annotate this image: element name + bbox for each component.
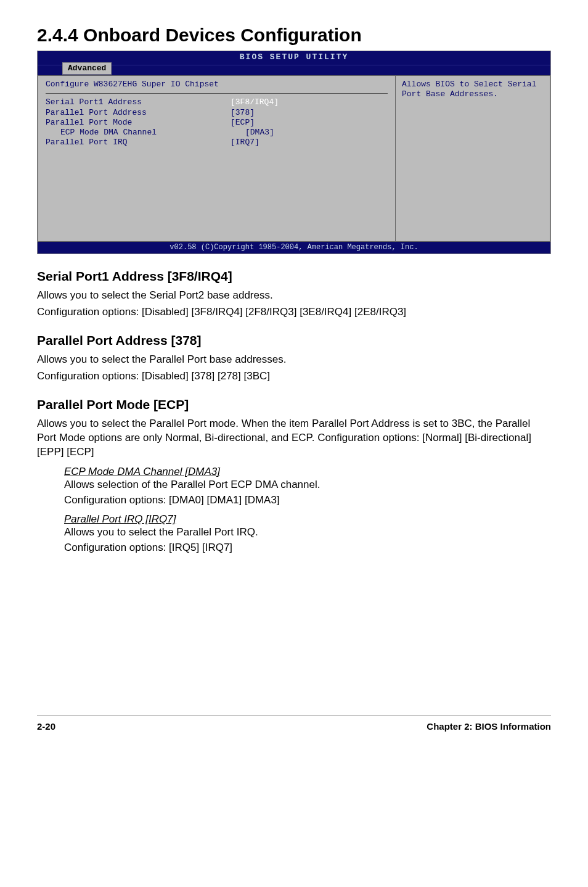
chapter-label: Chapter 2: BIOS Information [427,721,551,732]
sub-item-paragraph: Allows you to select the Parallel Port I… [64,526,551,540]
sub-item-paragraph: Configuration options: [DMA0] [DMA1] [DM… [64,493,551,508]
section-paragraph: Configuration options: [Disabled] [3F8/I… [37,305,551,320]
sub-item-title: ECP Mode DMA Channel [DMA3] [64,466,551,478]
section-paragraph: Allows you to select the Parallel Port m… [37,417,551,460]
bios-row: Serial Port1 Address[3F8/IRQ4] [46,97,388,107]
bios-row-label: ECP Mode DMA Channel [46,128,245,138]
section-heading: Parallel Port Mode [ECP] [37,397,551,412]
bios-row: ECP Mode DMA Channel[DMA3] [46,128,388,138]
bios-row-value: [IRQ7] [231,138,388,147]
bios-row: Parallel Port IRQ[IRQ7] [46,138,388,147]
bios-title: BIOS SETUP UTILITY [38,52,550,62]
bios-config-header: Configure W83627EHG Super IO Chipset [46,80,388,89]
bios-row-label: Parallel Port Mode [46,118,231,128]
sub-item-paragraph: Configuration options: [IRQ5] [IRQ7] [64,541,551,555]
sub-item: Parallel Port IRQ [IRQ7]Allows you to se… [37,513,551,555]
bios-row: Parallel Port Mode[ECP] [46,118,388,128]
bios-divider [46,93,388,94]
bios-row-label: Parallel Port Address [46,108,231,118]
bios-row: Parallel Port Address[378] [46,108,388,118]
bios-row-label: Parallel Port IRQ [46,138,231,147]
bios-help-text: Allows BIOS to Select Serial Port Base A… [402,80,536,99]
section-paragraph: Configuration options: [Disabled] [378] … [37,369,551,384]
bios-row-value: [DMA3] [245,128,388,138]
bios-help-pane: Allows BIOS to Select Serial Port Base A… [395,75,550,242]
bios-footer: v02.58 (C)Copyright 1985-2004, American … [38,242,550,254]
page-heading: 2.4.4 Onboard Devices Configuration [37,25,551,46]
section-paragraph: Allows you to select the Serial Port2 ba… [37,289,551,303]
bios-topbar: BIOS SETUP UTILITY Advanced [38,51,550,65]
bios-row-label: Serial Port1 Address [46,97,231,107]
bios-tab-advanced: Advanced [62,62,112,75]
bios-left-pane: Configure W83627EHG Super IO Chipset Ser… [38,75,395,242]
page-footer: 2-20 Chapter 2: BIOS Information [37,716,551,732]
section-heading: Parallel Port Address [378] [37,333,551,348]
bios-row-value: [ECP] [231,118,388,128]
section-paragraph: Allows you to select the Parallel Port b… [37,353,551,367]
bios-row-value: [3F8/IRQ4] [231,97,388,107]
bios-row-value: [378] [231,108,388,118]
sub-item-title: Parallel Port IRQ [IRQ7] [64,513,551,526]
page-number: 2-20 [37,721,55,732]
section-heading: Serial Port1 Address [3F8/IRQ4] [37,269,551,284]
bios-screenshot: BIOS SETUP UTILITY Advanced Configure W8… [37,51,551,254]
sub-item-paragraph: Allows selection of the Parallel Port EC… [64,478,551,492]
sub-item: ECP Mode DMA Channel [DMA3]Allows select… [37,466,551,508]
